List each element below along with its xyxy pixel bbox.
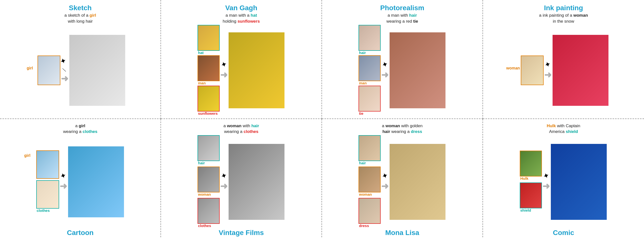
ref-img-clothes-cartoon [37,181,59,208]
label-man-vg: man [198,81,206,85]
arrow-sketch: ➜ [61,73,68,84]
label-clothes-vintage: clothes [198,223,211,228]
prompt-vintage: a woman with hairwearing a clothes [223,123,259,135]
prompt-photorealism: a man with hairwearing a red tie [386,13,418,24]
title-van-gogh: Van Gagh [225,4,257,12]
ref-img-hair-ml [359,136,380,161]
output-sketch [69,35,125,106]
ref-item-hair-vintage: hair [198,136,219,165]
prompt-van-gogh: a man with a hatholding sunflowers [222,13,260,24]
label-clothes-cartoon: clothes [37,208,50,213]
label-sunflowers: sunflowers [198,111,218,115]
wand-icon-cartoon: ✦ [59,171,68,180]
output-img-cartoon [68,146,124,217]
output-img-photo [390,32,446,108]
ref-img-girl-cartoon [37,151,59,178]
label-hulk: Hulk [520,176,528,180]
wand-icon-vg: ✦ [220,60,228,69]
wand-arrow-cartoon: ✦ ➜ [60,172,67,191]
wand-arrow-vg: ✦ ➜ [220,61,228,80]
title-photorealism: Photorealism [380,4,424,12]
ref-item-hair-ml: hair [359,136,380,165]
prompt-cartoon: a girlwearing a clothes [63,123,98,135]
output-comic [551,144,607,220]
ref-item-dress-ml: dress [359,198,380,228]
wand-arrow-vintage: ✦ ➜ [220,172,228,191]
label-shield: shield [520,208,531,212]
ref-img-tie [359,86,380,111]
output-vintage [228,144,284,220]
wand-icon-vintage: ✦ [220,171,228,180]
wand-icon-comic: ✦ [542,171,550,180]
ref-img-hulk [520,151,542,176]
ref-item-tie: tie [359,86,380,115]
label-man-photo: man [359,81,367,85]
output-photorealism [390,32,446,108]
title-cartoon: Cartoon [67,229,94,237]
label-woman-ml: woman [359,192,372,196]
output-cartoon [68,146,124,217]
wand-arrow-photo: ✦ ➜ [381,61,388,80]
prompt-comic: Hulk with CaptainAmerica shield [546,123,580,135]
ref-item-clothes-vintage: clothes [198,198,219,228]
ref-img-hair-photo [359,25,380,50]
ref-img-shield [520,183,542,208]
ref-item-woman-vintage: woman [198,167,219,196]
wand-icon-photo: ✦ [381,60,389,69]
ref-item-hulk: Hulk [520,151,542,180]
label-hair-photo: hair [359,51,366,55]
cell-vintage-films: a woman with hairwearing a clothes hair … [161,119,322,238]
cell-sketch: Sketch a sketch of a girlwith long hair … [0,0,161,119]
ref-img-sunflowers [198,86,219,111]
output-img-ink [552,35,608,106]
ref-item-girl-cartoon [37,151,59,178]
arrow-cartoon: ➜ [60,181,67,191]
title-sketch: Sketch [69,4,92,12]
main-grid: Sketch a sketch of a girlwith long hair … [0,0,644,238]
label-tie: tie [359,111,364,115]
arrow-vintage: ➜ [220,181,228,191]
wand-arrow-comic: ✦ ➜ [542,172,550,191]
label-woman-vintage: woman [198,192,211,196]
wand-icon-ink: ✦ [544,60,552,69]
ref-item-shield: shield [520,183,542,212]
label-hair-ml: hair [359,161,366,165]
wand-icon-sketch: ✦╲ [59,56,70,72]
arrow-ml: ➜ [381,181,388,191]
output-img-vintage [228,144,284,220]
output-img-sketch [69,35,125,106]
title-mona-lisa: Mona Lisa [385,229,420,237]
output-img-comic [551,144,607,220]
prompt-ink-painting: a ink painting of a womanin the snow [539,13,588,24]
output-mona-lisa [390,144,446,220]
title-vintage: Vintage Films [219,229,264,237]
cell-photorealism: Photorealism a man with hairwearing a re… [322,0,483,119]
cell-comic: Hulk with CaptainAmerica shield Hulk shi… [483,119,644,238]
ref-img-dress-ml [359,198,380,223]
title-comic: Comic [553,229,574,237]
ref-img-man-photo [359,56,380,81]
cell-cartoon: a girlwearing a clothes girl clothes ✦ ➜ [0,119,161,238]
ref-img-woman-ml [359,167,380,192]
cell-mona-lisa: a woman with goldenhair wearing a dress … [322,119,483,238]
prompt-sketch: a sketch of a girlwith long hair [64,13,96,24]
output-img-ml [390,144,446,220]
label-woman-ink: woman [506,66,520,70]
ref-item-woman-ml: woman [359,167,380,196]
label-dress-ml: dress [359,223,369,228]
label-hair-vintage: hair [198,161,205,165]
ref-item-clothes-cartoon: clothes [37,181,59,213]
arrow-comic: ➜ [542,181,550,191]
ref-item-man-photo: man [359,56,380,85]
ref-img-girl-sketch [38,56,60,85]
prompt-mona-lisa: a woman with goldenhair wearing a dress [382,123,422,135]
cell-van-gogh: Van Gagh a man with a hatholding sunflow… [161,0,322,119]
ref-img-hat [198,25,219,50]
ref-img-man-vg [198,56,219,81]
label-girl-sketch: girl [27,66,33,70]
wand-arrow-ml: ✦ ➜ [381,172,388,191]
label-hat: hat [198,51,204,55]
output-img-vg [228,32,284,108]
output-ink-painting [552,35,608,106]
wand-arrow-sketch: ✦╲ ➜ [61,57,68,84]
